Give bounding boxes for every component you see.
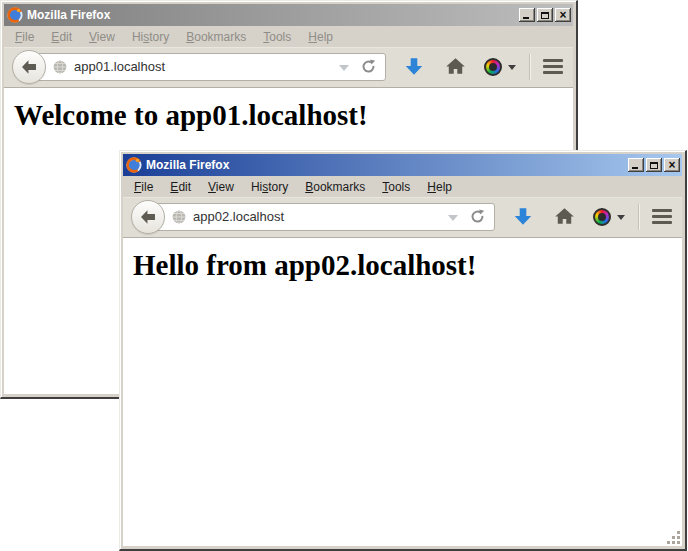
site-identity-globe-icon [53,60,67,74]
maximize-button[interactable] [537,8,553,22]
downloads-button[interactable] [512,206,534,228]
home-button[interactable] [554,206,575,227]
firefox-logo-icon [126,157,142,173]
titlebar[interactable]: Mozilla Firefox × [4,4,573,26]
download-arrow-icon [512,206,534,228]
color-wheel-icon [593,208,611,226]
window-title: Mozilla Firefox [27,8,517,22]
minimize-button[interactable] [628,158,644,172]
menu-help[interactable]: Help [301,27,340,47]
titlebar[interactable]: Mozilla Firefox × [123,154,682,176]
site-identity-globe-icon [172,210,186,224]
menu-edit[interactable]: Edit [44,27,79,47]
page-heading: Welcome to app01.localhost! [14,99,573,132]
close-button[interactable]: × [555,8,571,22]
addon-button[interactable] [484,58,516,76]
menu-view[interactable]: View [82,27,122,47]
menu-history[interactable]: History [125,27,176,47]
back-button[interactable] [12,50,46,84]
menu-button[interactable] [543,58,563,76]
home-button[interactable] [445,56,466,77]
menu-help[interactable]: Help [420,177,459,197]
menu-bookmarks[interactable]: Bookmarks [298,177,372,197]
menubar: File Edit View History Bookmarks Tools H… [123,176,682,197]
url-text[interactable]: app02.localhost [193,209,442,224]
maximize-icon [541,12,549,19]
url-text[interactable]: app01.localhost [74,59,333,74]
maximize-icon [650,162,658,169]
menu-history[interactable]: History [244,177,295,197]
url-bar[interactable]: app02.localhost [152,203,495,231]
firefox-logo-icon [7,7,23,23]
window-title: Mozilla Firefox [146,158,626,172]
close-button[interactable]: × [664,158,680,172]
addon-button[interactable] [593,208,625,226]
download-arrow-icon [403,56,425,78]
home-icon [554,206,575,227]
page-heading: Hello from app02.localhost! [133,249,682,282]
reload-icon[interactable] [361,59,377,75]
reload-icon[interactable] [470,209,486,225]
home-icon [445,56,466,77]
url-dropdown-icon[interactable] [339,65,349,71]
close-icon: × [668,160,675,170]
chevron-down-icon [508,65,516,70]
minimize-button[interactable] [519,8,535,22]
window-controls: × [626,158,680,172]
resize-grip[interactable] [666,530,680,544]
chevron-down-icon [617,215,625,220]
back-button[interactable] [131,200,165,234]
navigation-toolbar: app02.localhost [123,197,682,238]
menu-tools[interactable]: Tools [256,27,298,47]
url-dropdown-icon[interactable] [448,215,458,221]
back-arrow-icon [20,58,38,76]
menubar: File Edit View History Bookmarks Tools H… [4,26,573,47]
menu-file[interactable]: File [8,27,41,47]
page-content: Hello from app02.localhost! [123,238,682,546]
toolbar-separator [638,204,639,230]
maximize-button[interactable] [646,158,662,172]
toolbar-separator [529,54,530,80]
menu-button[interactable] [652,208,672,226]
window-controls: × [517,8,571,22]
navigation-toolbar: app01.localhost [4,47,573,88]
menu-edit[interactable]: Edit [163,177,198,197]
minimize-icon [523,17,529,19]
menu-tools[interactable]: Tools [375,177,417,197]
menu-view[interactable]: View [201,177,241,197]
url-bar[interactable]: app01.localhost [33,53,386,81]
browser-window-app02: Mozilla Firefox × File Edit View History… [119,150,687,551]
back-arrow-icon [139,208,157,226]
close-icon: × [559,10,566,20]
color-wheel-icon [484,58,502,76]
menu-file[interactable]: File [127,177,160,197]
minimize-icon [632,167,638,169]
menu-bookmarks[interactable]: Bookmarks [179,27,253,47]
downloads-button[interactable] [403,56,425,78]
